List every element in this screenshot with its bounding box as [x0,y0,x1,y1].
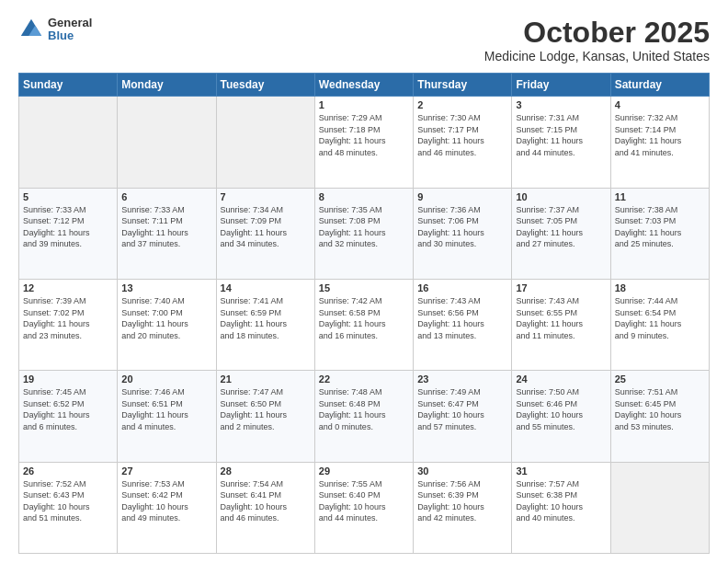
day-info: Sunrise: 7:42 AM Sunset: 6:58 PM Dayligh… [319,295,409,341]
day-number: 5 [23,191,113,202]
month-title: October 2025 [484,17,710,49]
calendar-cell [216,97,314,188]
title-block: October 2025 Medicine Lodge, Kansas, Uni… [484,17,710,63]
day-number: 11 [615,191,705,202]
calendar-cell: 27Sunrise: 7:53 AM Sunset: 6:42 PM Dayli… [118,462,216,553]
day-info: Sunrise: 7:32 AM Sunset: 7:14 PM Dayligh… [615,112,705,158]
day-number: 2 [417,99,507,110]
calendar-cell: 2Sunrise: 7:30 AM Sunset: 7:17 PM Daylig… [414,97,512,188]
logo-general: General [48,17,92,29]
logo-text: General Blue [48,17,92,43]
calendar-header-row: Sunday Monday Tuesday Wednesday Thursday… [19,74,710,97]
day-number: 13 [121,282,211,293]
calendar-cell: 15Sunrise: 7:42 AM Sunset: 6:58 PM Dayli… [314,279,413,370]
logo-icon [18,17,44,42]
day-number: 24 [516,373,606,385]
day-info: Sunrise: 7:55 AM Sunset: 6:40 PM Dayligh… [319,478,409,524]
col-tuesday: Tuesday [216,74,314,97]
day-number: 29 [319,465,409,477]
location-title: Medicine Lodge, Kansas, United States [484,49,710,63]
day-info: Sunrise: 7:33 AM Sunset: 7:12 PM Dayligh… [23,204,113,250]
calendar-cell: 16Sunrise: 7:43 AM Sunset: 6:56 PM Dayli… [414,279,512,370]
calendar-cell: 17Sunrise: 7:43 AM Sunset: 6:55 PM Dayli… [512,279,610,370]
day-info: Sunrise: 7:43 AM Sunset: 6:55 PM Dayligh… [516,295,606,341]
col-sunday: Sunday [19,74,118,97]
day-info: Sunrise: 7:35 AM Sunset: 7:08 PM Dayligh… [319,204,409,250]
day-number: 9 [417,191,507,202]
day-info: Sunrise: 7:51 AM Sunset: 6:45 PM Dayligh… [615,386,705,432]
calendar-cell: 12Sunrise: 7:39 AM Sunset: 7:02 PM Dayli… [19,279,118,370]
calendar-cell: 11Sunrise: 7:38 AM Sunset: 7:03 PM Dayli… [610,188,709,279]
day-info: Sunrise: 7:57 AM Sunset: 6:38 PM Dayligh… [516,478,606,524]
calendar-cell: 6Sunrise: 7:33 AM Sunset: 7:11 PM Daylig… [118,188,216,279]
calendar-cell: 20Sunrise: 7:46 AM Sunset: 6:51 PM Dayli… [118,371,216,462]
calendar-cell: 25Sunrise: 7:51 AM Sunset: 6:45 PM Dayli… [610,371,709,462]
logo-blue: Blue [48,29,92,42]
calendar-cell: 24Sunrise: 7:50 AM Sunset: 6:46 PM Dayli… [512,371,610,462]
calendar-week-row-2: 5Sunrise: 7:33 AM Sunset: 7:12 PM Daylig… [19,188,710,279]
day-info: Sunrise: 7:29 AM Sunset: 7:18 PM Dayligh… [319,112,409,158]
calendar-cell: 30Sunrise: 7:56 AM Sunset: 6:39 PM Dayli… [414,462,512,553]
calendar-week-row-3: 12Sunrise: 7:39 AM Sunset: 7:02 PM Dayli… [19,279,710,370]
calendar-cell: 22Sunrise: 7:48 AM Sunset: 6:48 PM Dayli… [314,371,413,462]
calendar-week-row-5: 26Sunrise: 7:52 AM Sunset: 6:43 PM Dayli… [19,462,710,553]
page: General Blue October 2025 Medicine Lodge… [0,0,728,563]
calendar-week-row-4: 19Sunrise: 7:45 AM Sunset: 6:52 PM Dayli… [19,371,710,462]
calendar-week-row-1: 1Sunrise: 7:29 AM Sunset: 7:18 PM Daylig… [19,97,710,188]
day-info: Sunrise: 7:47 AM Sunset: 6:50 PM Dayligh… [221,386,311,432]
day-number: 12 [23,282,113,293]
calendar-table: Sunday Monday Tuesday Wednesday Thursday… [18,73,710,554]
calendar-cell: 13Sunrise: 7:40 AM Sunset: 7:00 PM Dayli… [118,279,216,370]
day-number: 6 [121,191,211,202]
calendar-cell: 28Sunrise: 7:54 AM Sunset: 6:41 PM Dayli… [216,462,314,553]
day-info: Sunrise: 7:49 AM Sunset: 6:47 PM Dayligh… [417,386,507,432]
calendar-cell: 26Sunrise: 7:52 AM Sunset: 6:43 PM Dayli… [19,462,118,553]
day-number: 22 [319,373,409,385]
day-info: Sunrise: 7:56 AM Sunset: 6:39 PM Dayligh… [417,478,507,524]
day-number: 25 [615,373,705,385]
day-number: 30 [417,465,507,477]
day-info: Sunrise: 7:54 AM Sunset: 6:41 PM Dayligh… [221,478,311,524]
day-number: 27 [121,465,211,477]
day-number: 21 [221,373,311,385]
calendar-cell: 1Sunrise: 7:29 AM Sunset: 7:18 PM Daylig… [314,97,413,188]
day-number: 31 [516,465,606,477]
day-info: Sunrise: 7:53 AM Sunset: 6:42 PM Dayligh… [121,478,211,524]
day-info: Sunrise: 7:38 AM Sunset: 7:03 PM Dayligh… [615,204,705,250]
calendar-cell [118,97,216,188]
logo: General Blue [18,17,92,43]
day-number: 7 [221,191,311,202]
day-info: Sunrise: 7:46 AM Sunset: 6:51 PM Dayligh… [121,386,211,432]
day-info: Sunrise: 7:45 AM Sunset: 6:52 PM Dayligh… [23,386,113,432]
calendar-cell: 29Sunrise: 7:55 AM Sunset: 6:40 PM Dayli… [314,462,413,553]
col-wednesday: Wednesday [314,74,413,97]
calendar-cell: 9Sunrise: 7:36 AM Sunset: 7:06 PM Daylig… [414,188,512,279]
day-info: Sunrise: 7:31 AM Sunset: 7:15 PM Dayligh… [516,112,606,158]
day-number: 15 [319,282,409,293]
day-info: Sunrise: 7:34 AM Sunset: 7:09 PM Dayligh… [221,204,311,250]
calendar-cell: 31Sunrise: 7:57 AM Sunset: 6:38 PM Dayli… [512,462,610,553]
calendar-cell: 19Sunrise: 7:45 AM Sunset: 6:52 PM Dayli… [19,371,118,462]
day-number: 18 [615,282,705,293]
day-info: Sunrise: 7:41 AM Sunset: 6:59 PM Dayligh… [221,295,311,341]
day-info: Sunrise: 7:33 AM Sunset: 7:11 PM Dayligh… [121,204,211,250]
day-info: Sunrise: 7:44 AM Sunset: 6:54 PM Dayligh… [615,295,705,341]
col-thursday: Thursday [414,74,512,97]
calendar-cell: 10Sunrise: 7:37 AM Sunset: 7:05 PM Dayli… [512,188,610,279]
day-info: Sunrise: 7:30 AM Sunset: 7:17 PM Dayligh… [417,112,507,158]
day-number: 16 [417,282,507,293]
day-number: 26 [23,465,113,477]
day-info: Sunrise: 7:52 AM Sunset: 6:43 PM Dayligh… [23,478,113,524]
calendar-cell [610,462,709,553]
calendar-cell: 3Sunrise: 7:31 AM Sunset: 7:15 PM Daylig… [512,97,610,188]
day-number: 28 [221,465,311,477]
day-number: 8 [319,191,409,202]
day-info: Sunrise: 7:37 AM Sunset: 7:05 PM Dayligh… [516,204,606,250]
day-info: Sunrise: 7:36 AM Sunset: 7:06 PM Dayligh… [417,204,507,250]
day-info: Sunrise: 7:48 AM Sunset: 6:48 PM Dayligh… [319,386,409,432]
day-number: 1 [319,99,409,110]
day-info: Sunrise: 7:40 AM Sunset: 7:00 PM Dayligh… [121,295,211,341]
day-info: Sunrise: 7:39 AM Sunset: 7:02 PM Dayligh… [23,295,113,341]
calendar-cell: 21Sunrise: 7:47 AM Sunset: 6:50 PM Dayli… [216,371,314,462]
col-saturday: Saturday [610,74,709,97]
